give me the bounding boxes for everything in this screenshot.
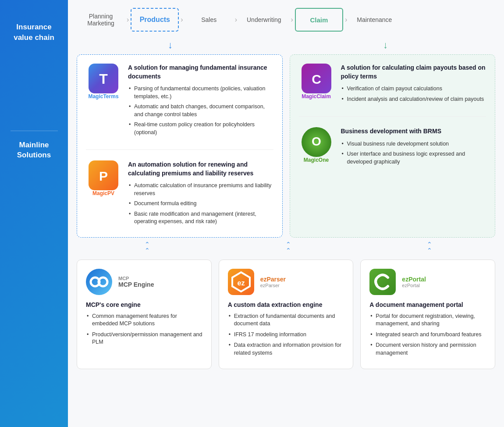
svg-text:O: O xyxy=(312,135,321,148)
ezportal-sublabel: ezPortal xyxy=(402,283,426,288)
ezparser-header: ez ezParser ezParser xyxy=(228,269,344,295)
magicterms-label: MagicTerms xyxy=(88,93,118,100)
svg-rect-13 xyxy=(369,269,396,295)
chain-node-maintenance[interactable]: Maintenance xyxy=(349,8,400,32)
ezparser-sublabel: ezParser xyxy=(260,283,286,288)
magicterms-icon: T xyxy=(89,64,118,93)
ezportal-bullet-3: Document version history and permission … xyxy=(369,342,486,357)
magicpv-bullet-3: Basic rate modification and management (… xyxy=(128,210,273,226)
mcp-bullet-2: Product/version/permission management an… xyxy=(86,331,202,346)
chain-item-maintenance[interactable]: Maintenance xyxy=(349,8,400,32)
magicterms-bullets: Parsing of fundamental documents (polici… xyxy=(128,85,273,136)
main-content: Planning Marketing › Products › Sales › … xyxy=(68,0,504,427)
magicone-bullet-2: User interface and business logic expres… xyxy=(341,150,486,166)
up-arrow-center: ⌃ ⌃ xyxy=(286,241,291,253)
chain-item-products[interactable]: Products xyxy=(131,8,179,32)
ezparser-bullet-3: Data extraction and information provisio… xyxy=(228,342,344,357)
ezportal-icon xyxy=(369,269,396,295)
sidebar-top-title: Insurancevalue chain xyxy=(14,22,54,43)
chain-node-claim[interactable]: Claim xyxy=(295,8,343,32)
mcp-product-name: MCP Engine xyxy=(118,281,154,288)
ezparser-bullets: Extraction of fundamental documents and … xyxy=(228,313,344,357)
sidebar-bottom-title: MainlineSolutions xyxy=(17,140,51,161)
mcp-header: MCP MCP Engine xyxy=(86,269,202,295)
bottom-panel-ezportal: ezPortal ezPortal A document management … xyxy=(360,260,495,370)
ezportal-heading: A document management portal xyxy=(369,301,486,308)
up-arrow-left: ⌃ ⌃ xyxy=(145,241,150,253)
product-magicone: O MagicOne Business development with BRM… xyxy=(299,127,486,168)
magicone-bullets: Visual business rule development solutio… xyxy=(341,140,486,166)
magicone-icon-wrap: O MagicOne xyxy=(299,127,334,163)
magicclaim-info: A solution for calculating claim payouts… xyxy=(341,64,486,106)
ezportal-bullet-2: Integrated search and forum/board featur… xyxy=(369,331,486,339)
value-chain-bar: Planning Marketing › Products › Sales › … xyxy=(68,0,504,39)
bottom-section: MCP MCP Engine MCP's core engine Common … xyxy=(68,260,504,370)
chain-arrow-2: › xyxy=(181,16,183,24)
mcp-bullet-1: Common management features for embedded … xyxy=(86,313,202,328)
magicone-info: Business development with BRMS Visual bu… xyxy=(341,127,486,168)
right-solution-panel: C MagicClaim A solution for calculating … xyxy=(290,54,496,238)
bottom-panel-ezparser: ez ezParser ezParser A custom data extra… xyxy=(219,260,354,370)
chain-node-underwriting[interactable]: Underwriting xyxy=(239,8,289,32)
ezparser-icon: ez xyxy=(228,269,254,295)
magicclaim-icon: C xyxy=(302,64,331,93)
chain-arrow-3: › xyxy=(235,16,237,24)
chain-item-sales[interactable]: Sales xyxy=(185,8,233,32)
magicpv-icon-wrap: P MagicPV xyxy=(86,160,121,196)
chain-arrow-4: › xyxy=(291,16,293,24)
ezportal-product-name: ezPortal xyxy=(402,276,426,283)
ezparser-heading: A custom data extraction engine xyxy=(228,301,344,308)
chain-item-planning[interactable]: Planning Marketing xyxy=(77,8,125,32)
chain-node-planning[interactable]: Planning Marketing xyxy=(77,8,125,32)
magicpv-label: MagicPV xyxy=(92,190,114,196)
svg-text:ez: ez xyxy=(237,279,245,287)
chain-item-underwriting[interactable]: Underwriting xyxy=(239,8,289,32)
solutions-row: T MagicTerms A solution for managing fun… xyxy=(68,54,504,238)
ezparser-bullet-2: IFRS 17 modeling information xyxy=(228,331,344,339)
ezparser-bullet-1: Extraction of fundamental documents and … xyxy=(228,313,344,328)
svg-text:T: T xyxy=(99,71,108,87)
magicclaim-bullet-2: Incident analysis and calculation/review… xyxy=(341,96,486,103)
mcp-sublabel: MCP xyxy=(118,276,154,281)
magicclaim-title: A solution for calculating claim payouts… xyxy=(341,64,486,81)
magicterms-bullet-1: Parsing of fundamental documents (polici… xyxy=(128,85,273,100)
magicterms-icon-wrap: T MagicTerms xyxy=(86,64,121,100)
mcp-bullets: Common management features for embedded … xyxy=(86,313,202,346)
magicclaim-bullet-1: Verification of claim payout calculation… xyxy=(341,85,486,93)
magicclaim-bullets: Verification of claim payout calculation… xyxy=(341,85,486,103)
magicone-label: MagicOne xyxy=(304,157,329,163)
ezportal-bullet-1: Portal for document registration, viewin… xyxy=(369,313,486,328)
magicterms-bullet-2: Automatic and batch changes, document co… xyxy=(128,103,273,118)
magicpv-info: An automation solution for renewing and … xyxy=(128,160,273,228)
down-arrow-blue: ↓ xyxy=(168,39,173,51)
chain-arrow-1: › xyxy=(127,16,129,24)
chain-arrow-5: › xyxy=(345,16,347,24)
mcp-icon xyxy=(86,269,112,295)
magicone-icon: O xyxy=(302,127,331,157)
magicone-bullet-1: Visual business rule development solutio… xyxy=(341,140,486,148)
magicterms-bullet-3: Real-time custom policy creation for pol… xyxy=(128,121,273,136)
magicterms-title: A solution for managing fundamental insu… xyxy=(128,64,273,81)
bottom-panel-mcp: MCP MCP Engine MCP's core engine Common … xyxy=(77,260,212,370)
mcp-heading: MCP's core engine xyxy=(86,301,202,308)
magicone-title: Business development with BRMS xyxy=(341,127,486,136)
magicpv-title: An automation solution for renewing and … xyxy=(128,160,273,178)
magicpv-bullet-2: Document formula editing xyxy=(128,200,273,208)
chain-node-products[interactable]: Products xyxy=(131,8,179,32)
magicpv-icon: P xyxy=(89,160,118,190)
magicterms-info: A solution for managing fundamental insu… xyxy=(128,64,273,139)
magicclaim-label: MagicClaim xyxy=(302,93,331,100)
left-sidebar: Insurancevalue chain MainlineSolutions xyxy=(0,0,68,427)
product-magicterms: T MagicTerms A solution for managing fun… xyxy=(86,64,273,150)
up-arrows-row: ⌃ ⌃ ⌃ ⌃ ⌃ ⌃ xyxy=(68,238,504,257)
ezportal-bullets: Portal for document registration, viewin… xyxy=(369,313,486,357)
magicclaim-icon-wrap: C MagicClaim xyxy=(299,64,334,100)
up-arrow-right: ⌃ ⌃ xyxy=(427,241,432,253)
ezportal-header: ezPortal ezPortal xyxy=(369,269,486,295)
ezparser-product-name: ezParser xyxy=(260,276,286,283)
magicpv-bullets: Automatic calculation of insurance premi… xyxy=(128,182,273,226)
chain-item-claim[interactable]: Claim xyxy=(295,8,343,32)
magicpv-bullet-1: Automatic calculation of insurance premi… xyxy=(128,182,273,197)
chain-node-sales[interactable]: Sales xyxy=(185,8,233,32)
down-arrow-green: ↓ xyxy=(383,39,388,51)
